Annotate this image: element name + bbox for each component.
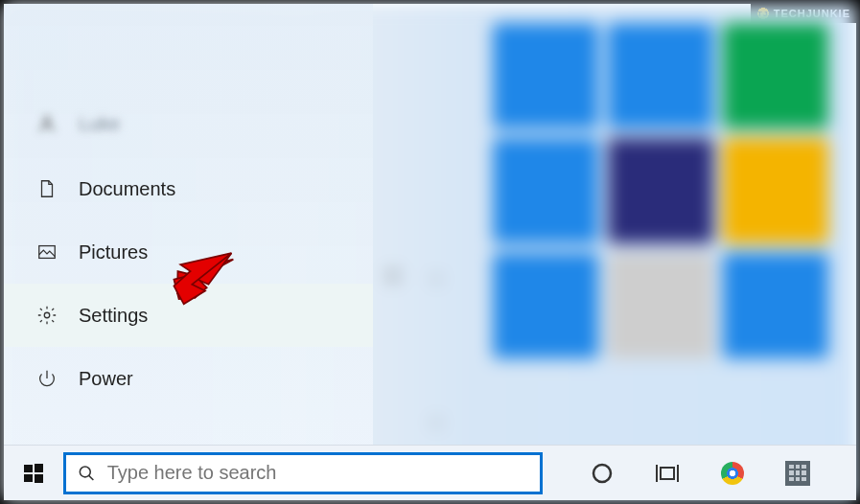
sidebar-item-power[interactable]: Power	[4, 347, 373, 410]
start-tile[interactable]	[608, 138, 713, 243]
svg-rect-8	[24, 474, 33, 482]
document-icon	[36, 178, 58, 199]
sidebar-item-profile[interactable]: Luke	[4, 90, 373, 157]
svg-rect-9	[35, 474, 43, 483]
start-tile[interactable]	[723, 23, 828, 128]
task-view-button[interactable]	[654, 460, 681, 487]
red-arrow-annotation	[172, 248, 239, 306]
chrome-taskbar-button[interactable]	[719, 460, 746, 487]
screenshot-frame: TJ TECHJUNKIE e ⌄ ⌄ Luke	[0, 0, 860, 504]
sidebar-item-documents[interactable]: Documents	[4, 157, 373, 220]
start-tile[interactable]	[493, 23, 598, 128]
svg-point-2	[44, 312, 50, 318]
calculator-taskbar-button[interactable]	[784, 460, 811, 487]
search-icon	[78, 464, 96, 483]
chevron-down-icon[interactable]: ⌄	[428, 406, 445, 431]
chevron-down-icon[interactable]: ⌄	[428, 263, 445, 287]
svg-rect-14	[661, 468, 674, 479]
task-view-icon	[655, 463, 680, 484]
svg-line-11	[89, 475, 94, 480]
taskbar-icons	[589, 460, 811, 487]
sidebar-item-label: Pictures	[79, 241, 148, 263]
pictures-icon	[36, 241, 58, 263]
taskbar-search[interactable]	[63, 452, 543, 494]
person-icon	[36, 113, 58, 134]
start-tile[interactable]	[493, 253, 598, 358]
calculator-icon	[785, 461, 810, 486]
start-tile[interactable]	[723, 138, 828, 243]
cortana-icon	[591, 462, 614, 485]
power-icon	[36, 368, 58, 389]
start-tile[interactable]	[608, 253, 713, 358]
start-menu-sidebar: Luke Documents Pictures Settings Power	[4, 4, 373, 445]
start-button[interactable]	[4, 462, 63, 485]
svg-point-10	[80, 466, 90, 476]
app-letter: e	[387, 263, 399, 287]
gear-icon	[36, 305, 58, 326]
svg-rect-7	[35, 464, 43, 472]
sidebar-item-label: Power	[79, 368, 133, 390]
svg-point-12	[593, 465, 611, 482]
taskbar	[4, 445, 856, 500]
search-input[interactable]	[107, 462, 528, 484]
start-tile[interactable]	[723, 253, 828, 358]
chrome-icon	[721, 462, 744, 485]
svg-point-0	[43, 117, 50, 124]
start-tile[interactable]	[493, 138, 598, 243]
sidebar-item-label: Documents	[79, 178, 175, 200]
sidebar-item-label: Settings	[79, 305, 148, 327]
svg-rect-6	[24, 465, 33, 472]
profile-username: Luke	[79, 113, 120, 135]
start-tile[interactable]	[608, 23, 713, 128]
windows-logo-icon	[22, 462, 45, 485]
cortana-button[interactable]	[589, 460, 616, 487]
